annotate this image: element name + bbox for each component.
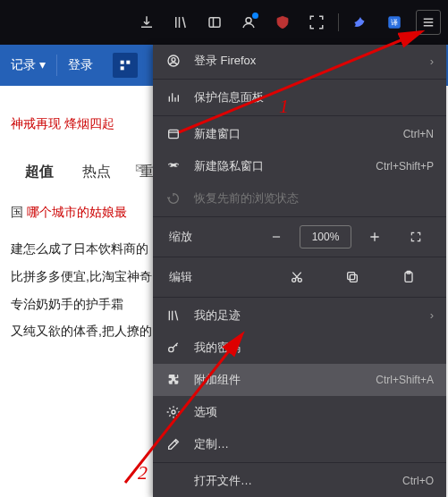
library-icon[interactable] [168,10,193,35]
tab-hot[interactable]: 热点 [68,156,125,189]
bird-icon[interactable] [348,10,373,35]
svg-point-16 [169,347,173,351]
svg-rect-6 [121,66,124,70]
menu-item-label: 恢复先前的浏览状态 [194,190,434,206]
cut-button[interactable] [272,264,323,291]
mail-icon[interactable]: ✉ [135,161,146,175]
svg-rect-4 [121,61,124,64]
menu-item-label: 我的密码 [194,340,434,356]
browser-toolbar: 译 [0,0,448,45]
menu-shortcut: Ctrl+Shift+A [376,374,434,386]
svg-rect-9 [169,130,179,138]
menu-addons[interactable]: 附加组件 Ctrl+Shift+A [153,364,446,396]
menu-separator [153,79,446,80]
zoom-label: 缩放 [165,229,192,245]
fullscreen-button[interactable] [398,223,434,250]
chevron-right-icon: › [430,308,434,322]
blank-icon [165,473,182,489]
paste-button[interactable] [384,264,435,291]
chart-icon [165,89,182,105]
menu-protection-dashboard[interactable]: 保护信息面板 [153,81,446,114]
key-icon [165,340,182,356]
menu-item-label: 附加组件 [194,372,363,388]
puzzle-icon [165,372,182,388]
copy-button[interactable] [327,264,378,291]
app-menu-panel: 登录 Firefox › 保护信息面板 新建窗口 Ctrl+N 新建隐私窗口 C… [153,45,446,497]
menu-item-label: 我的足迹 [194,307,418,324]
translate-icon[interactable]: 译 [382,10,407,35]
menu-open-file[interactable]: 打开文件… Ctrl+O [153,465,446,497]
menu-restore-session: 恢复先前的浏览状态 [153,182,446,215]
menu-shortcut: Ctrl+O [402,475,434,487]
svg-point-8 [172,58,175,62]
menu-item-label: 新建窗口 [194,126,391,142]
news-prefix: 国 [11,205,23,219]
tab-deals[interactable]: 超值 [11,156,68,189]
shield-icon[interactable] [270,10,295,35]
account-icon[interactable] [236,10,261,35]
mask-icon [165,158,182,174]
library-icon [165,307,182,324]
header-login[interactable]: 登录 [56,55,104,76]
menu-separator [153,462,446,463]
edit-label: 编辑 [165,269,192,285]
svg-rect-0 [209,18,220,28]
svg-rect-5 [126,61,130,64]
zoom-percent[interactable]: 100% [300,225,351,248]
menu-shortcut: Ctrl+N [403,128,434,140]
svg-text:译: 译 [391,19,398,27]
menu-item-label: 打开文件… [194,473,390,489]
menu-item-label: 定制… [194,436,434,452]
menu-edit-row: 编辑 [153,259,446,295]
menu-history[interactable]: 我的足迹 › [153,299,446,332]
account-icon [165,53,182,69]
menu-item-label: 选项 [194,404,434,420]
menu-login-firefox[interactable]: 登录 Firefox › [153,45,446,77]
sidebar-icon[interactable] [202,10,227,35]
menu-item-label: 登录 Firefox [194,53,418,69]
menu-options[interactable]: 选项 [153,396,446,428]
menu-separator [153,115,446,116]
restore-icon [165,190,182,206]
menu-separator [153,257,446,257]
menu-new-window[interactable]: 新建窗口 Ctrl+N [153,118,446,150]
svg-rect-13 [348,272,355,279]
menu-separator [153,216,446,217]
menu-shortcut: Ctrl+Shift+P [376,160,434,173]
menu-new-private-window[interactable]: 新建隐私窗口 Ctrl+Shift+P [153,150,446,182]
toolbar-separator [338,13,339,31]
paintbrush-icon [165,436,182,452]
header-qr-icon[interactable] [113,53,138,78]
zoom-in-button[interactable] [357,223,393,250]
menu-item-label: 新建隐私窗口 [194,158,363,174]
svg-point-17 [172,410,175,414]
header-records[interactable]: 记录 ▾ [7,55,56,76]
zoom-out-button[interactable] [258,223,294,250]
gear-icon [165,404,182,420]
svg-point-1 [246,18,251,23]
menu-passwords[interactable]: 我的密码 [153,332,446,364]
hamburger-menu-button[interactable] [416,10,441,35]
news-red-link[interactable]: 哪个城市的姑娘最 [27,205,127,219]
menu-item-label: 保护信息面板 [194,89,434,105]
menu-separator [153,297,446,298]
svg-rect-12 [351,274,358,282]
download-icon[interactable] [134,10,159,35]
screenshot-icon[interactable] [304,10,329,35]
chevron-right-icon: › [430,55,434,68]
window-icon [165,126,182,142]
menu-zoom-row: 缩放 100% [153,219,446,255]
menu-customize[interactable]: 定制… [153,428,446,460]
